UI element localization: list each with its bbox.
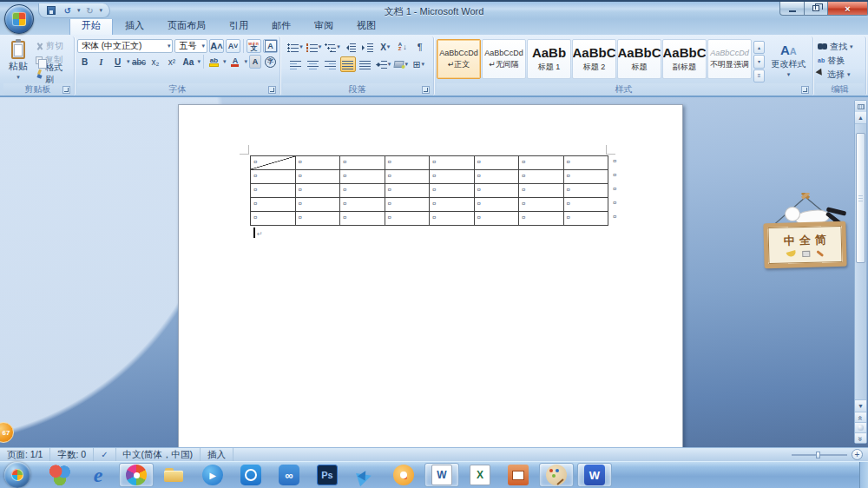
table-cell[interactable]: ¤	[475, 170, 520, 184]
style-card-6[interactable]: AaBbCcDd不明显强调	[707, 39, 752, 79]
excel-taskbar-icon[interactable]: X	[463, 463, 497, 487]
select-browse-object-button[interactable]	[855, 422, 866, 432]
table-cell[interactable]: ¤	[251, 198, 296, 212]
superscript-button[interactable]: x²	[165, 55, 180, 69]
table-cell[interactable]: ¤	[296, 170, 341, 184]
ime-softkeyboard-icon[interactable]	[802, 250, 810, 256]
shrink-font-button[interactable]: A˅	[226, 39, 240, 53]
table-cell[interactable]: ¤	[296, 184, 341, 198]
table-cell[interactable]: ¤	[475, 156, 520, 170]
spellcheck-indicator[interactable]: ✓	[94, 448, 115, 461]
table-cell[interactable]: ¤	[340, 156, 385, 170]
ruler-toggle-button[interactable]	[855, 101, 866, 112]
show-hide-pilcrow-button[interactable]: ¶	[412, 39, 428, 55]
table-cell[interactable]: ¤	[385, 156, 431, 170]
asian-layout-button[interactable]: X▾	[378, 39, 393, 55]
photoshop-icon[interactable]: Ps	[310, 463, 345, 487]
next-page-button[interactable]: »	[855, 432, 866, 443]
insert-mode-indicator[interactable]: 插入	[201, 448, 233, 461]
bullets-button[interactable]: ▾	[286, 39, 304, 55]
select-button[interactable]: 选择▾	[816, 68, 864, 81]
table-cell[interactable]: ¤	[564, 170, 609, 184]
video-player-icon[interactable]	[233, 463, 268, 487]
table-cell[interactable]: ¤	[340, 170, 385, 184]
ribbon-tab-1[interactable]: 插入	[114, 17, 155, 35]
font-color-button[interactable]: A	[227, 55, 242, 69]
style-card-0[interactable]: AaBbCcDd↵正文	[437, 39, 481, 79]
replace-button[interactable]: ab替换	[816, 54, 864, 67]
highlight-dropdown-icon[interactable]: ▾	[223, 58, 227, 65]
media-player-icon[interactable]: ▶	[195, 463, 230, 487]
distribute-button[interactable]	[358, 56, 373, 72]
grow-font-button[interactable]: A˄	[209, 39, 224, 53]
ribbon-tab-3[interactable]: 引用	[218, 17, 260, 35]
table-cell[interactable]: ¤	[519, 184, 564, 198]
table-cell[interactable]: ¤	[251, 170, 296, 184]
style-card-3[interactable]: AaBbC标题 2	[572, 39, 616, 79]
change-styles-button[interactable]: AA 更改样式 ▾	[766, 39, 811, 82]
clipboard-dialog-launcher[interactable]	[62, 86, 70, 94]
table-cell[interactable]: ¤	[296, 156, 341, 170]
scrollbar-thumb[interactable]	[856, 133, 865, 263]
file-explorer-icon[interactable]	[157, 463, 192, 487]
style-card-2[interactable]: AaBb标题 1	[527, 39, 571, 79]
table-cell[interactable]: ¤	[564, 156, 609, 170]
table-cell[interactable]: ¤	[340, 212, 385, 226]
pinyin-guide-button[interactable]: wén文	[247, 39, 261, 53]
paint-taskbar-icon[interactable]	[539, 463, 574, 487]
change-case-dropdown-icon[interactable]: ▾	[198, 58, 201, 65]
start-button[interactable]	[4, 462, 30, 488]
character-shading-button[interactable]: A	[249, 55, 261, 69]
cut-button[interactable]: 剪切	[33, 39, 72, 53]
word-count-indicator[interactable]: 字数: 0	[50, 448, 94, 461]
table-cell[interactable]: ¤	[251, 184, 296, 198]
table-cell[interactable]: ¤	[519, 170, 564, 184]
shading-button[interactable]: ▾	[393, 56, 409, 72]
ribbon-tab-5[interactable]: 审阅	[303, 17, 345, 35]
table-cell[interactable]: ¤	[430, 170, 475, 184]
bold-button[interactable]: B	[77, 55, 92, 69]
table-cell[interactable]: ¤	[430, 198, 475, 212]
justify-button[interactable]	[340, 56, 356, 72]
scroll-down-button[interactable]: ▼	[855, 399, 866, 412]
language-indicator[interactable]: 中文(简体，中国)	[116, 448, 201, 461]
floating-assistant-ball[interactable]: 67	[0, 422, 14, 443]
internet-explorer-icon[interactable]: e	[81, 463, 115, 487]
table-cell[interactable]: ¤	[385, 184, 431, 198]
character-border-button[interactable]: A	[263, 39, 278, 53]
taskbar-icon-pinwheel[interactable]	[119, 463, 154, 487]
table-cell[interactable]: ¤	[385, 212, 431, 226]
table-cell[interactable]: ¤	[385, 198, 431, 212]
fox-app-icon[interactable]	[386, 463, 421, 487]
table-cell[interactable]: ¤	[430, 156, 475, 170]
office-button[interactable]	[4, 4, 34, 34]
subscript-button[interactable]: x₂	[148, 55, 163, 69]
ime-mascot-widget[interactable]: 中全简	[760, 193, 851, 269]
style-card-5[interactable]: AaBbC副标题	[662, 39, 707, 79]
show-desktop-button[interactable]	[859, 462, 868, 488]
table-cell[interactable]: ¤	[475, 184, 520, 198]
find-button[interactable]: 查找▾	[816, 40, 864, 53]
align-center-button[interactable]	[306, 56, 321, 72]
zoom-slider[interactable]	[792, 454, 847, 456]
zoom-in-button[interactable]: +	[852, 449, 863, 460]
align-right-button[interactable]	[323, 56, 339, 72]
table-cell[interactable]: ¤	[340, 198, 385, 212]
multilevel-list-button[interactable]: ▾	[324, 39, 341, 55]
table-cell[interactable]: ¤	[296, 212, 341, 226]
decrease-indent-button[interactable]	[343, 39, 358, 55]
italic-button[interactable]: I	[94, 55, 108, 69]
style-card-1[interactable]: AaBbCcDd↵无间隔	[482, 39, 526, 79]
change-case-button[interactable]: Aa	[181, 55, 196, 69]
word-taskbar-icon[interactable]: W	[424, 463, 459, 487]
increase-indent-button[interactable]	[360, 39, 376, 55]
format-painter-button[interactable]: 格式刷	[33, 67, 72, 81]
table-cell[interactable]: ¤	[430, 212, 475, 226]
enclose-characters-button[interactable]: 字	[263, 55, 278, 69]
table-cell[interactable]: ¤	[340, 184, 385, 198]
font-name-combo[interactable]: 宋体 (中文正文)▾	[77, 39, 173, 53]
table-cell[interactable]: ¤	[385, 170, 431, 184]
table-cell[interactable]: ¤	[519, 212, 564, 226]
paragraph-dialog-launcher[interactable]	[422, 86, 430, 94]
paste-button[interactable]: 粘贴 ▾	[3, 37, 33, 83]
